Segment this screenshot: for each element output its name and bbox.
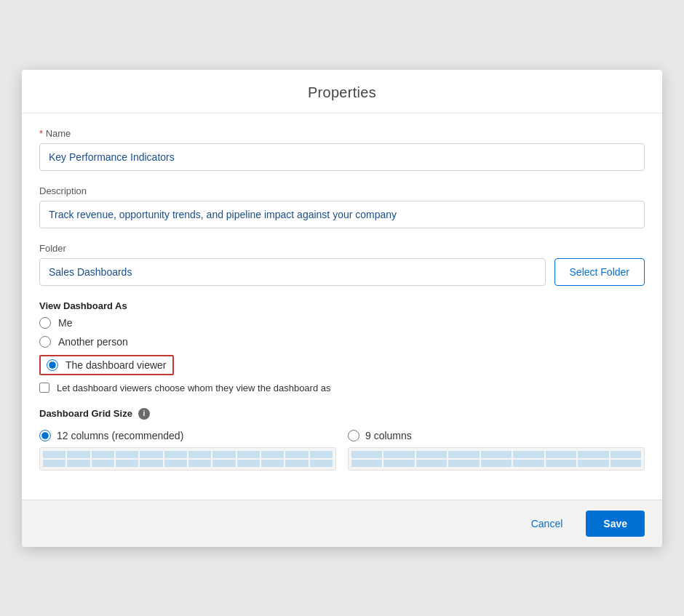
grid-cell — [611, 460, 641, 467]
grid-cell — [546, 451, 576, 458]
grid-cell — [310, 460, 333, 467]
grid-12-radio[interactable] — [39, 430, 51, 441]
grid-9-visual — [348, 447, 645, 471]
modal-header: Properties — [22, 70, 662, 113]
grid-size-group: Dashboard Grid Size i 12 columns (recomm… — [39, 408, 645, 471]
grid-cell — [140, 460, 162, 467]
folder-row: Select Folder — [39, 258, 645, 286]
radio-dashboard-viewer[interactable]: The dashboard viewer — [39, 355, 174, 375]
grid-cell — [578, 460, 608, 467]
grid-cell — [416, 451, 447, 458]
grid-cell — [416, 460, 447, 467]
radio-dashboard-viewer-input[interactable] — [47, 359, 58, 371]
radio-me[interactable]: Me — [39, 317, 645, 329]
grid-cell — [237, 460, 260, 467]
grid-cell — [140, 451, 162, 458]
grid-cell — [383, 451, 414, 458]
grid-cell — [285, 460, 308, 467]
radio-me-input[interactable] — [39, 317, 51, 329]
info-icon[interactable]: i — [138, 408, 150, 420]
grid-size-label: Dashboard Grid Size — [39, 408, 132, 419]
view-as-radio-group: Me Another person The dashboard viewer — [39, 317, 645, 375]
grid-cell — [43, 460, 65, 467]
grid-cell — [164, 451, 187, 458]
grid-cell — [383, 460, 414, 467]
let-choose-label: Let dashboard viewers choose whom they v… — [57, 383, 331, 393]
grid-cell — [513, 460, 544, 467]
grid-cell — [578, 451, 608, 458]
grid-9-radio[interactable] — [348, 430, 359, 441]
view-as-label: View Dashboard As — [39, 300, 645, 311]
modal-footer: Cancel Save — [22, 500, 662, 547]
grid-cell — [92, 460, 114, 467]
grid-cell — [448, 451, 479, 458]
grid-cell — [212, 460, 235, 467]
folder-label: Folder — [39, 243, 645, 254]
grid-cell — [351, 451, 382, 458]
grid-cell — [92, 451, 114, 458]
grid-cell — [212, 451, 235, 458]
grid-cell — [237, 451, 260, 458]
grid-cell — [261, 451, 284, 458]
modal-title: Properties — [39, 84, 645, 101]
name-field-group: Name — [39, 128, 645, 171]
grid-cell — [481, 460, 512, 467]
grid-12-label: 12 columns (recommended) — [57, 430, 183, 441]
grid-12-option: 12 columns (recommended) — [39, 430, 336, 471]
grid-cell — [164, 460, 187, 467]
radio-me-label: Me — [58, 317, 72, 329]
grid-12-visual — [39, 447, 336, 471]
view-as-group: View Dashboard As Me Another person The … — [39, 300, 645, 393]
description-field-group: Description — [39, 185, 645, 228]
modal-body: Name Description Folder Select Folder Vi… — [22, 113, 662, 500]
cancel-button[interactable]: Cancel — [517, 511, 578, 537]
modal-overlay: Properties Name Description Folder Selec… — [0, 0, 684, 616]
let-choose-checkbox[interactable] — [39, 383, 49, 393]
radio-another-person-input[interactable] — [39, 336, 51, 348]
folder-field-group: Folder Select Folder — [39, 243, 645, 286]
name-label: Name — [39, 128, 645, 139]
radio-another-person-label: Another person — [58, 336, 128, 348]
grid-cell — [351, 460, 382, 467]
grid-9-radio-row: 9 columns — [348, 430, 645, 441]
grid-cell — [513, 451, 544, 458]
name-input[interactable] — [39, 143, 645, 171]
folder-input[interactable] — [39, 258, 546, 286]
grid-cell — [188, 460, 211, 467]
grid-cell — [43, 451, 65, 458]
grid-cell — [310, 451, 333, 458]
grid-cell — [261, 460, 284, 467]
grid-size-label-row: Dashboard Grid Size i — [39, 408, 645, 420]
grid-cell — [67, 451, 90, 458]
description-label: Description — [39, 185, 645, 196]
grid-cell — [285, 451, 308, 458]
grid-cell — [481, 451, 512, 458]
grid-cell — [116, 460, 138, 467]
grid-cell — [116, 451, 138, 458]
grid-9-option: 9 columns — [348, 430, 645, 471]
grid-cell — [611, 451, 641, 458]
grid-cell — [188, 451, 211, 458]
grid-9-label: 9 columns — [365, 430, 412, 441]
grid-cell — [546, 460, 576, 467]
grid-preview: 12 columns (recommended) — [39, 430, 645, 471]
grid-cell — [67, 460, 90, 467]
save-button[interactable]: Save — [586, 511, 645, 537]
grid-12-radio-row: 12 columns (recommended) — [39, 430, 336, 441]
description-input[interactable] — [39, 201, 645, 228]
properties-modal: Properties Name Description Folder Selec… — [22, 70, 662, 547]
select-folder-button[interactable]: Select Folder — [554, 258, 645, 286]
radio-another-person[interactable]: Another person — [39, 336, 645, 348]
let-choose-row: Let dashboard viewers choose whom they v… — [39, 383, 645, 393]
radio-dashboard-viewer-label: The dashboard viewer — [65, 359, 167, 371]
grid-cell — [448, 460, 479, 467]
